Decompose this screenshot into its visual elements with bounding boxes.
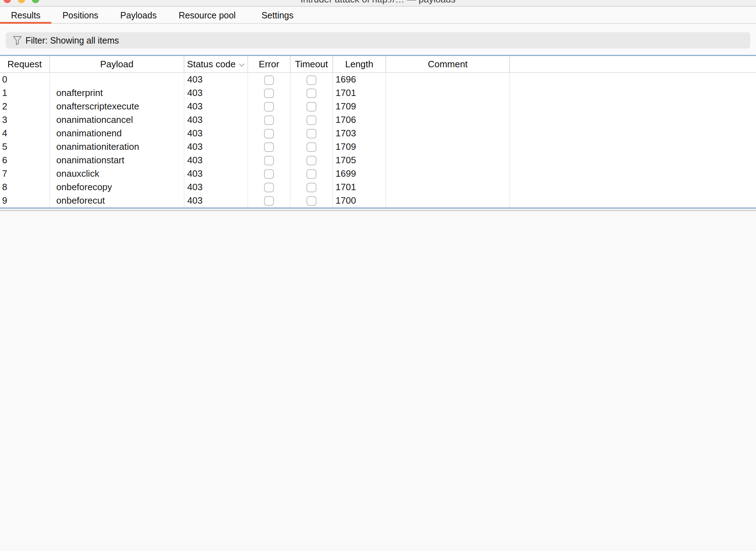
payload-cell[interactable]: onafterscriptexecute (50, 100, 184, 113)
payload-cell[interactable]: onbeforecut (50, 194, 184, 207)
error-checkbox[interactable] (264, 75, 274, 85)
timeout-checkbox[interactable] (307, 102, 316, 112)
table-row[interactable]: 0 403 1696 (0, 73, 756, 86)
payload-cell[interactable]: onauxclick (50, 167, 184, 180)
column-header-status-code[interactable]: Status code (184, 56, 248, 73)
payload-cell[interactable]: onafterprint (50, 86, 184, 100)
error-cell (248, 126, 290, 140)
status-code-cell[interactable]: 403 (184, 140, 248, 153)
column-header-comment[interactable]: Comment (386, 56, 510, 73)
length-cell[interactable]: 1709 (333, 140, 386, 153)
timeout-cell (290, 113, 333, 126)
status-code-cell[interactable]: 403 (184, 100, 248, 113)
error-cell (248, 140, 290, 153)
length-cell[interactable]: 1709 (333, 100, 386, 113)
request-number-cell[interactable]: 1 (0, 86, 50, 100)
length-cell[interactable]: 1699 (333, 167, 386, 180)
comment-cell[interactable] (386, 180, 510, 194)
error-cell (248, 86, 290, 100)
status-code-cell[interactable]: 403 (184, 73, 248, 86)
payload-cell[interactable] (50, 73, 184, 86)
request-number-cell[interactable]: 4 (0, 126, 50, 140)
comment-cell[interactable] (386, 140, 510, 153)
timeout-checkbox[interactable] (307, 89, 316, 98)
window-title: Intruder attack of http://… — payloads (0, 0, 756, 5)
status-code-cell[interactable]: 403 (184, 167, 248, 180)
tab-positions[interactable]: Positions (51, 7, 109, 23)
length-cell[interactable]: 1700 (333, 194, 386, 207)
request-number-cell[interactable]: 5 (0, 140, 50, 153)
column-header-request[interactable]: Request (0, 56, 50, 73)
status-code-cell[interactable]: 403 (184, 180, 248, 194)
timeout-checkbox[interactable] (307, 115, 316, 125)
column-header-payload[interactable]: Payload (50, 56, 184, 73)
timeout-checkbox[interactable] (307, 129, 316, 138)
table-row[interactable]: 9 onbeforecut 403 1700 (0, 194, 756, 207)
table-row[interactable]: 7 onauxclick 403 1699 (0, 167, 756, 180)
request-number-cell[interactable]: 7 (0, 167, 50, 180)
table-row[interactable]: 5 onanimationiteration 403 1709 (0, 140, 756, 153)
tab-settings[interactable]: Settings (251, 7, 304, 23)
timeout-checkbox[interactable] (307, 142, 316, 152)
status-code-cell[interactable]: 403 (184, 194, 248, 207)
table-row[interactable]: 8 onbeforecopy 403 1701 (0, 180, 756, 194)
table-row[interactable]: 6 onanimationstart 403 1705 (0, 153, 756, 167)
tab-payloads[interactable]: Payloads (109, 7, 168, 23)
request-number-cell[interactable]: 9 (0, 194, 50, 207)
length-cell[interactable]: 1696 (333, 73, 386, 86)
tab-resource-pool[interactable]: Resource pool (168, 7, 247, 23)
comment-cell[interactable] (386, 153, 510, 167)
error-checkbox[interactable] (264, 102, 274, 112)
timeout-checkbox[interactable] (307, 196, 316, 206)
table-row[interactable]: 2 onafterscriptexecute 403 1709 (0, 100, 756, 113)
error-checkbox[interactable] (264, 169, 274, 179)
error-cell (248, 100, 290, 113)
request-number-cell[interactable]: 6 (0, 153, 50, 167)
tab-results[interactable]: Results (0, 7, 51, 23)
length-cell[interactable]: 1705 (333, 153, 386, 167)
status-code-cell[interactable]: 403 (184, 113, 248, 126)
length-cell[interactable]: 1701 (333, 86, 386, 100)
extra-cell (510, 194, 756, 207)
comment-cell[interactable] (386, 194, 510, 207)
payload-cell[interactable]: onanimationcancel (50, 113, 184, 126)
table-row[interactable]: 4 onanimationend 403 1703 (0, 126, 756, 140)
payload-cell[interactable]: onanimationstart (50, 153, 184, 167)
length-cell[interactable]: 1701 (333, 180, 386, 194)
table-row[interactable]: 1 onafterprint 403 1701 (0, 86, 756, 100)
status-code-cell[interactable]: 403 (184, 86, 248, 100)
column-header-timeout[interactable]: Timeout (290, 56, 333, 73)
request-number-cell[interactable]: 3 (0, 113, 50, 126)
status-code-cell[interactable]: 403 (184, 153, 248, 167)
payload-cell[interactable]: onanimationiteration (50, 140, 184, 153)
comment-cell[interactable] (386, 113, 510, 126)
request-number-cell[interactable]: 8 (0, 180, 50, 194)
error-checkbox[interactable] (264, 89, 274, 98)
comment-cell[interactable] (386, 167, 510, 180)
payload-cell[interactable]: onbeforecopy (50, 180, 184, 194)
error-checkbox[interactable] (264, 183, 274, 192)
error-checkbox[interactable] (264, 142, 274, 152)
filter-bar[interactable]: Filter: Showing all items (6, 32, 750, 49)
error-checkbox[interactable] (264, 129, 274, 138)
error-checkbox[interactable] (264, 196, 274, 206)
timeout-checkbox[interactable] (307, 169, 316, 179)
comment-cell[interactable] (386, 100, 510, 113)
length-cell[interactable]: 1706 (333, 113, 386, 126)
timeout-checkbox[interactable] (307, 75, 316, 85)
comment-cell[interactable] (386, 126, 510, 140)
error-checkbox[interactable] (264, 156, 274, 165)
timeout-checkbox[interactable] (307, 183, 316, 192)
comment-cell[interactable] (386, 73, 510, 86)
column-header-error[interactable]: Error (248, 56, 290, 73)
length-cell[interactable]: 1703 (333, 126, 386, 140)
comment-cell[interactable] (386, 86, 510, 100)
timeout-checkbox[interactable] (307, 156, 316, 165)
request-number-cell[interactable]: 0 (0, 73, 50, 86)
status-code-cell[interactable]: 403 (184, 126, 248, 140)
error-checkbox[interactable] (264, 115, 274, 125)
column-header-length[interactable]: Length (333, 56, 386, 73)
table-row[interactable]: 3 onanimationcancel 403 1706 (0, 113, 756, 126)
payload-cell[interactable]: onanimationend (50, 126, 184, 140)
request-number-cell[interactable]: 2 (0, 100, 50, 113)
